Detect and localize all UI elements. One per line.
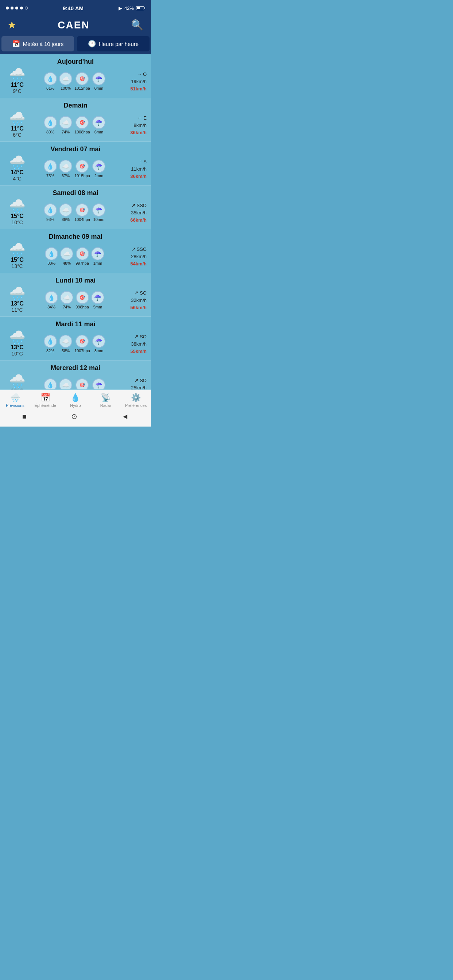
stop-button[interactable]: ■ [22, 412, 27, 421]
back-button[interactable]: ◄ [121, 412, 129, 421]
pressure-value: 1008hpa [74, 130, 90, 134]
previsions-label: Prévisions [6, 403, 24, 407]
wind-gust: 51km/h [119, 85, 147, 92]
home-button[interactable]: ⊙ [71, 412, 77, 421]
wind-avg: 38km/h [119, 340, 147, 348]
wind-direction: ↗ SSO [119, 245, 147, 253]
day-name: Lundi 10 mai [4, 277, 147, 285]
nav-item-radar[interactable]: 📡 Radar [91, 393, 121, 407]
pressure-stat: 🎯 997hpa [75, 247, 89, 266]
day-name: Aujourd'hui [4, 58, 147, 65]
rain-stat: ☂️ 2mm [92, 160, 105, 178]
humidity-stat: 💧 80% [44, 116, 57, 134]
humidity-icon: 💧 [44, 72, 57, 85]
temp-high: 11°C [11, 126, 24, 132]
search-icon[interactable]: 🔍 [131, 19, 144, 31]
wind-direction: ↗ SO [119, 289, 147, 297]
weather-stats: 💧 80% ☁️ 48% 🎯 997hpa ☂️ 1mm [30, 247, 119, 266]
wind-info: ↗ SSO 28km/h 54km/h [119, 245, 147, 267]
pressure-icon: 🎯 [75, 116, 89, 129]
wind-info: ↗ SO 32km/h 56km/h [119, 289, 147, 311]
wind-gust: 54km/h [119, 260, 147, 267]
rain-icon: ☂️ [91, 291, 104, 304]
weather-icon-temp: 🌧️ 13°C 9°C [4, 375, 30, 390]
tab-10days[interactable]: 📅 Météo à 10 jours [2, 36, 74, 51]
cloud-value: 48% [63, 261, 71, 266]
system-nav: ■ ⊙ ◄ [0, 409, 151, 426]
cloud-icon: ☁️ [59, 335, 72, 348]
favorite-star-icon[interactable]: ★ [7, 19, 16, 31]
day-row: Samedi 08 mai 🌧️ 15°C 10°C 💧 93% ☁️ 88% … [0, 186, 151, 229]
pressure-value: 1004hpa [74, 217, 90, 222]
rain-icon: ☂️ [92, 72, 105, 85]
cloud-value: 58% [62, 348, 70, 353]
rain-stat: ☂️ 10mm [92, 204, 105, 222]
humidity-stat: 💧 70% [44, 379, 57, 390]
pressure-stat: 🎯 998hpa [75, 291, 89, 309]
cloud-icon: ☁️ [59, 379, 72, 390]
wind-dir-label: SO [140, 333, 147, 340]
wind-arrow-icon: ↗ [134, 333, 139, 340]
cloud-icon: ☁️ [60, 247, 73, 260]
weather-icon-temp: 🌧️ 11°C 9°C [4, 68, 30, 94]
pressure-value: 998hpa [75, 305, 89, 309]
cloud-value: 67% [62, 173, 70, 178]
weather-cloud-icon: 🌧️ [9, 68, 26, 82]
rain-stat: ☂️ 6mm [92, 116, 105, 134]
wind-info: ← E 8km/h 36km/h [119, 114, 147, 136]
wind-avg: 8km/h [119, 122, 147, 129]
temp-high: 15°C [11, 257, 24, 263]
wind-info: → O 19km/h 51km/h [119, 70, 147, 92]
wind-arrow-icon: ↗ [134, 377, 139, 384]
rain-value: 10mm [93, 217, 105, 222]
day-row: Aujourd'hui 🌧️ 11°C 9°C 💧 61% ☁️ 100% 🎯 … [0, 54, 151, 98]
wind-gust: 36km/h [119, 173, 147, 180]
temp-high: 14°C [11, 169, 24, 176]
pressure-icon: 🎯 [76, 291, 89, 304]
wind-info: ↗ SO 38km/h 55km/h [119, 333, 147, 355]
bluetooth-icon: ▶ [118, 5, 122, 11]
weather-icon-temp: 🌧️ 13°C 11°C [4, 287, 30, 313]
cloud-icon: ☁️ [59, 72, 72, 85]
status-time: 9:40 AM [63, 5, 83, 11]
day-name: Vendredi 07 mai [4, 145, 147, 153]
wind-avg: 19km/h [119, 78, 147, 85]
wind-info: ↗ SSO 35km/h 66km/h [119, 202, 147, 223]
temp-low: 13°C [11, 263, 22, 269]
tab-hourly[interactable]: 🕐 Heure par heure [77, 36, 150, 51]
weather-cloud-icon: 🌧️ [9, 112, 26, 126]
tab-hourly-label: Heure par heure [99, 41, 139, 47]
humidity-value: 75% [46, 173, 54, 178]
nav-item-hydro[interactable]: 💧 Hydro [61, 393, 91, 407]
rain-stat: ☂️ 2mm [92, 379, 105, 390]
humidity-value: 80% [48, 261, 56, 266]
dot-5 [25, 6, 28, 10]
battery-percent: 42% [124, 5, 134, 11]
cloud-icon: ☁️ [59, 204, 72, 216]
wind-dir-label: SO [140, 377, 147, 384]
day-name: Mardi 11 mai [4, 320, 147, 328]
wind-avg: 32km/h [119, 297, 147, 304]
hydro-icon: 💧 [70, 393, 80, 402]
rain-icon: ☂️ [92, 335, 105, 348]
wind-avg: 11km/h [119, 165, 147, 173]
wind-direction: ↑ S [119, 158, 147, 165]
temp-low: 9°C [13, 88, 22, 94]
weather-stats: 💧 84% ☁️ 74% 🎯 998hpa ☂️ 5mm [30, 291, 119, 309]
humidity-stat: 💧 80% [45, 247, 58, 266]
humidity-value: 82% [46, 348, 54, 353]
wind-gust: 55km/h [119, 348, 147, 355]
humidity-value: 84% [48, 305, 56, 309]
tab-10days-label: Météo à 10 jours [23, 41, 64, 47]
ephemeride-label: Éphéméride [35, 403, 56, 407]
temp-low: 10°C [11, 351, 22, 356]
dot-3 [15, 6, 18, 10]
nav-item-ephemeride[interactable]: 📅 Éphéméride [30, 393, 61, 407]
wind-dir-label: S [144, 158, 147, 165]
weather-cloud-icon: 🌧️ [9, 156, 26, 169]
nav-item-previsions[interactable]: 🌧️ Prévisions [0, 393, 30, 407]
wind-direction: ↗ SO [119, 377, 147, 384]
nav-item-preferences[interactable]: ⚙️ Préférences [121, 393, 151, 407]
weather-icon-temp: 🌧️ 15°C 13°C [4, 243, 30, 269]
pressure-stat: 🎯 1008hpa [74, 116, 90, 134]
